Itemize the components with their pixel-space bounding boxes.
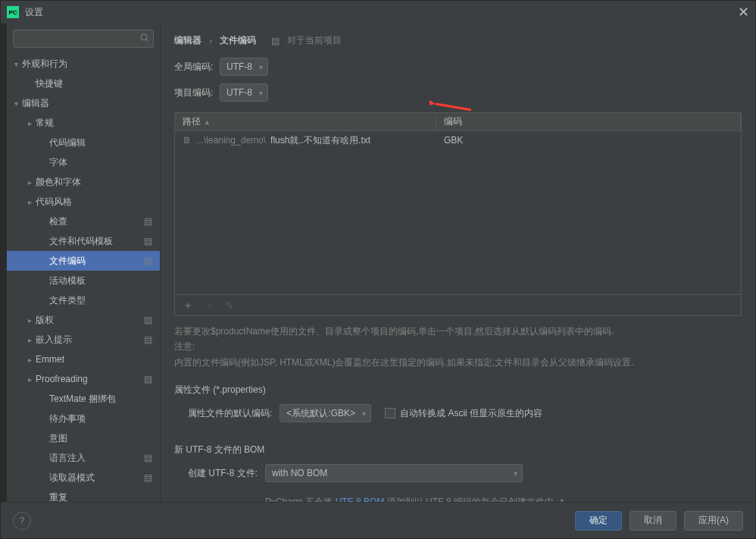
ascii-checkbox[interactable]	[385, 408, 395, 418]
tree-item-6[interactable]: ▸颜色和字体	[7, 172, 160, 192]
tree-item-label: 重复	[49, 491, 67, 503]
bom-create-label: 创建 UTF-8 文件:	[188, 467, 258, 480]
main-panel: 编辑器 › 文件编码 ▤ 对于当前项目 全局编码: UTF-8 项目编码: UT…	[161, 24, 755, 502]
tree-item-label: 文件编码	[49, 255, 86, 268]
tree-item-label: 快捷键	[36, 77, 63, 90]
help-button[interactable]: ?	[13, 512, 31, 530]
project-encoding-label: 项目编码:	[174, 86, 220, 99]
chevron-icon: ▸	[28, 178, 36, 186]
ascii-checkbox-label: 自动转换成 Ascii 但显示原生的内容	[400, 407, 542, 420]
cell-encoding: GBK	[436, 135, 741, 146]
cell-path: 🗎...\leaning_demo\flush就..不知道有啥用.txt	[175, 134, 436, 147]
ok-button[interactable]: 确定	[575, 511, 622, 531]
edit-button[interactable]: ✎	[225, 299, 234, 312]
tree-item-9[interactable]: 文件和代码模板▤	[7, 231, 160, 251]
breadcrumb-sep: ›	[209, 36, 212, 46]
tree-item-18[interactable]: 待办事项	[7, 409, 160, 428]
tree-item-label: 文件类型	[49, 294, 86, 307]
tree-item-label: 编辑器	[22, 97, 49, 110]
project-encoding-combo[interactable]: UTF-8	[220, 83, 268, 102]
properties-default-combo[interactable]: <系统默认:GBK>	[280, 404, 371, 422]
global-encoding-row: 全局编码: UTF-8	[174, 58, 742, 76]
bom-section-title: 新 UTF-8 文件的 BOM	[174, 443, 742, 456]
chevron-icon: ▸	[28, 336, 36, 344]
chevron-icon: ▸	[28, 119, 36, 127]
tree-item-label: 外观和行为	[22, 58, 67, 71]
tree-item-19[interactable]: 意图	[7, 428, 160, 448]
properties-row: 属性文件的默认编码: <系统默认:GBK> 自动转换成 Ascii 但显示原生的…	[174, 404, 742, 422]
tree-item-3[interactable]: ▸常规	[7, 113, 160, 133]
path-encoding-table: 路径▲ 编码 🗎...\leaning_demo\flush就..不知道有啥用.…	[174, 112, 742, 316]
project-marker-icon: ▤	[144, 236, 152, 246]
close-icon[interactable]: ✕	[738, 4, 749, 20]
tree-item-8[interactable]: 检查▤	[7, 212, 160, 231]
tree-item-label: 待办事项	[49, 412, 86, 425]
breadcrumb-editor: 编辑器	[174, 34, 201, 47]
sort-asc-icon: ▲	[204, 118, 211, 126]
table-body[interactable]: 🗎...\leaning_demo\flush就..不知道有啥用.txtGBK	[175, 131, 741, 294]
tree-item-10[interactable]: 文件编码▤	[7, 251, 160, 271]
bom-create-combo[interactable]: with NO BOM	[265, 464, 523, 482]
hint-text: 若要更改$productName使用的文件、目录或整个项目的编码,单击一个项目,…	[174, 324, 742, 370]
tree-item-label: 版权	[36, 314, 54, 327]
utf8-bom-link[interactable]: UTF-8 BOM	[336, 497, 385, 502]
dialog-footer: ? 确定 取消 应用(A)	[1, 502, 755, 538]
tree-item-label: 意图	[49, 432, 67, 445]
breadcrumb-file-encodings: 文件编码	[220, 34, 256, 47]
settings-tree[interactable]: ▾外观和行为快捷键▾编辑器▸常规代码编辑字体▸颜色和字体▸代码风格检查▤文件和代…	[7, 54, 160, 502]
tree-item-12[interactable]: 文件类型	[7, 290, 160, 310]
project-marker-icon: ▤	[144, 255, 152, 266]
col-encoding[interactable]: 编码	[436, 113, 741, 130]
file-icon: 🗎	[183, 135, 192, 146]
svg-line-3	[436, 104, 471, 110]
tree-item-13[interactable]: ▸版权▤	[7, 310, 160, 330]
chevron-icon: ▸	[28, 375, 36, 384]
tree-item-20[interactable]: 语言注入▤	[7, 448, 160, 468]
tree-item-15[interactable]: ▸Emmet	[7, 349, 160, 369]
tree-item-7[interactable]: ▸代码风格	[7, 192, 160, 212]
tree-item-0[interactable]: ▾外观和行为	[7, 54, 160, 74]
tree-item-11[interactable]: 活动模板	[7, 271, 160, 290]
sidebar: ▾外观和行为快捷键▾编辑器▸常规代码编辑字体▸颜色和字体▸代码风格检查▤文件和代…	[7, 24, 161, 502]
tree-item-14[interactable]: ▸嵌入提示▤	[7, 330, 160, 349]
search-wrap	[7, 24, 160, 54]
project-encoding-row: 项目编码: UTF-8	[174, 83, 742, 102]
tree-item-label: 活动模板	[49, 274, 86, 287]
project-marker-icon: ▤	[144, 334, 152, 345]
tree-item-label: 文件和代码模板	[49, 235, 113, 248]
tree-item-21[interactable]: 读取器模式▤	[7, 468, 160, 487]
col-path[interactable]: 路径▲	[175, 113, 436, 130]
tree-item-label: 检查	[49, 215, 67, 228]
tree-item-2[interactable]: ▾编辑器	[7, 93, 160, 113]
tree-item-label: 常规	[36, 117, 54, 130]
tree-item-17[interactable]: TextMate 捆绑包	[7, 389, 160, 409]
table-toolbar: ＋ － ✎	[175, 294, 741, 315]
project-marker-icon: ▤	[144, 453, 152, 463]
remove-button[interactable]: －	[204, 299, 214, 312]
tree-item-label: 读取器模式	[49, 472, 95, 484]
apply-button[interactable]: 应用(A)	[684, 511, 743, 531]
chevron-icon: ▾	[14, 99, 22, 108]
tree-item-label: 字体	[49, 156, 67, 169]
tree-item-label: 嵌入提示	[36, 334, 72, 346]
tree-item-1[interactable]: 快捷键	[7, 74, 160, 93]
settings-dialog: PC 设置 ✕ ▾外观和行为快捷键▾编辑器▸常规代码编辑字体▸颜色和字体▸代码风…	[0, 0, 756, 539]
tree-item-5[interactable]: 字体	[7, 152, 160, 172]
project-marker-icon: ▤	[144, 216, 152, 227]
tree-item-label: 代码风格	[36, 196, 72, 208]
tree-item-4[interactable]: 代码编辑	[7, 133, 160, 152]
tree-item-label: Proofreading	[36, 374, 88, 384]
project-marker-icon: ▤	[144, 315, 152, 325]
tree-item-16[interactable]: ▸Proofreading▤	[7, 369, 160, 389]
bom-info: PyCharm 不会将 UTF-8 BOM 添加到以 UTF-8 编码的每个已创…	[174, 496, 742, 502]
cancel-button[interactable]: 取消	[629, 511, 676, 531]
tree-item-label: 语言注入	[49, 452, 86, 465]
search-input[interactable]	[13, 30, 154, 48]
add-button[interactable]: ＋	[183, 299, 193, 312]
table-row[interactable]: 🗎...\leaning_demo\flush就..不知道有啥用.txtGBK	[175, 131, 741, 149]
tree-item-22[interactable]: 重复	[7, 487, 160, 502]
project-marker-icon: ▤	[144, 472, 152, 483]
window-title: 设置	[25, 6, 738, 19]
global-encoding-combo[interactable]: UTF-8	[220, 58, 268, 76]
chevron-icon: ▸	[28, 316, 36, 324]
